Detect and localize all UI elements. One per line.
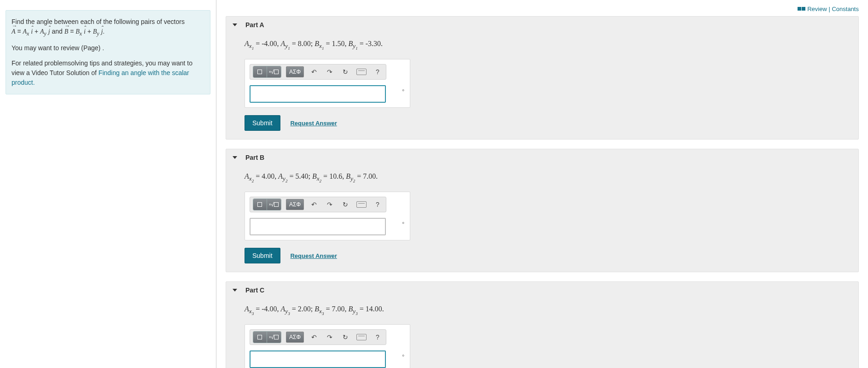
part-block: Part A Ax1 = -4.00, Ay1 = 8.00; Bx1 = 1.… <box>226 16 859 140</box>
part-body: Ax2 = 4.00, Ay2 = 5.40; Bx2 = 10.6, By2 … <box>226 166 858 272</box>
constants-link[interactable]: Constants <box>832 6 859 12</box>
template-button[interactable] <box>253 332 267 343</box>
redo-button[interactable]: ↷ <box>324 332 335 343</box>
part-title: Part B <box>245 154 264 161</box>
help-button[interactable]: ? <box>372 332 383 343</box>
part-body: Ax1 = -4.00, Ay1 = 8.00; Bx1 = 1.50, By1… <box>226 33 858 139</box>
right-panel: Review | Constants Part A Ax1 = -4.00, A… <box>216 0 868 368</box>
answer-input[interactable] <box>250 350 386 368</box>
help-button[interactable]: ? <box>372 199 383 210</box>
template-button[interactable] <box>253 66 267 77</box>
keyboard-button[interactable] <box>355 66 367 77</box>
reset-button[interactable]: ↻ <box>340 199 351 210</box>
submit-button[interactable]: Submit <box>245 248 280 263</box>
request-answer-link[interactable]: Request Answer <box>290 252 337 259</box>
question-text: Ax1 = -4.00, Ay1 = 8.00; Bx1 = 1.50, By1… <box>245 40 852 51</box>
template-button[interactable] <box>253 199 267 210</box>
equation-toolbar: x√ ΑΣΦ ↶ ↷ ↻ ? <box>250 64 386 80</box>
submit-button[interactable]: Submit <box>245 115 280 131</box>
answer-box: x√ ΑΣΦ ↶ ↷ ↻ ? ° <box>245 324 410 368</box>
fraction-root-button[interactable]: x√ <box>267 199 281 210</box>
left-panel: Find the angle between each of the follo… <box>0 0 216 368</box>
caret-down-icon <box>233 156 237 159</box>
answer-input[interactable] <box>250 218 386 235</box>
unit-degrees: ° <box>402 221 404 228</box>
symbols-button[interactable]: ΑΣΦ <box>286 199 304 210</box>
keyboard-button[interactable] <box>355 332 367 343</box>
equation-toolbar: x√ ΑΣΦ ↶ ↷ ↻ ? <box>250 197 386 212</box>
request-answer-link[interactable]: Request Answer <box>290 120 337 127</box>
fraction-root-button[interactable]: x√ <box>267 332 281 343</box>
redo-button[interactable]: ↷ <box>324 199 335 210</box>
help-button[interactable]: ? <box>372 66 383 77</box>
top-links: Review | Constants <box>226 6 859 16</box>
caret-down-icon <box>233 289 237 292</box>
intro-box: Find the angle between each of the follo… <box>6 10 210 94</box>
reset-button[interactable]: ↻ <box>340 332 351 343</box>
question-text: Ax2 = 4.00, Ay2 = 5.40; Bx2 = 10.6, By2 … <box>245 172 852 183</box>
part-block: Part C Ax3 = -4.00, Ay3 = 2.00; Bx3 = 7.… <box>226 281 859 368</box>
fraction-root-button[interactable]: x√ <box>267 66 281 77</box>
part-header[interactable]: Part A <box>226 17 858 33</box>
actions-row: Submit Request Answer <box>245 248 852 263</box>
equation-toolbar: x√ ΑΣΦ ↶ ↷ ↻ ? <box>250 329 386 345</box>
unit-degrees: ° <box>402 353 404 360</box>
symbols-button[interactable]: ΑΣΦ <box>286 332 304 343</box>
answer-box: x√ ΑΣΦ ↶ ↷ ↻ ? ° <box>245 192 410 240</box>
review-icon <box>798 7 801 11</box>
keyboard-button[interactable] <box>355 199 367 210</box>
part-title: Part C <box>245 286 264 294</box>
part-title: Part A <box>245 21 264 29</box>
unit-degrees: ° <box>402 88 404 95</box>
part-block: Part B Ax2 = 4.00, Ay2 = 5.40; Bx2 = 10.… <box>226 149 859 272</box>
part-header[interactable]: Part C <box>226 282 858 298</box>
caret-down-icon <box>233 23 237 26</box>
related-line: For related problemsolving tips and stra… <box>12 58 204 88</box>
redo-button[interactable]: ↷ <box>324 66 335 77</box>
part-body: Ax3 = -4.00, Ay3 = 2.00; Bx3 = 7.00, By3… <box>226 298 858 368</box>
actions-row: Submit Request Answer <box>245 115 852 131</box>
undo-button[interactable]: ↶ <box>309 66 320 77</box>
part-header[interactable]: Part B <box>226 149 858 166</box>
reset-button[interactable]: ↻ <box>340 66 351 77</box>
review-icon <box>802 7 805 11</box>
undo-button[interactable]: ↶ <box>309 199 320 210</box>
intro-text: Find the angle between each of the follo… <box>12 17 204 38</box>
answer-box: x√ ΑΣΦ ↶ ↷ ↻ ? ° <box>245 59 410 108</box>
answer-input[interactable] <box>250 85 386 103</box>
review-link[interactable]: Review <box>807 6 827 12</box>
question-text: Ax3 = -4.00, Ay3 = 2.00; Bx3 = 7.00, By3… <box>245 305 852 316</box>
review-line: You may want to review (Page) . <box>12 43 204 53</box>
undo-button[interactable]: ↶ <box>309 332 320 343</box>
symbols-button[interactable]: ΑΣΦ <box>286 66 304 77</box>
